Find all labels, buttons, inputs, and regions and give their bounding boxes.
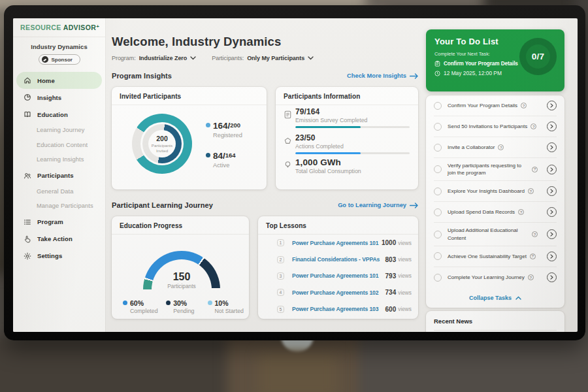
go-to-learning-journey-link[interactable]: Go to Learning Journey — [338, 202, 418, 208]
clock-icon — [434, 71, 440, 76]
todo-column: Your To Do List Complete Your Next Task:… — [426, 29, 564, 332]
sidebar-item-home[interactable]: Home — [16, 72, 102, 89]
help-icon[interactable]: ? — [532, 167, 538, 172]
legend-value: 164/ — [213, 121, 230, 131]
task-checkbox[interactable] — [434, 274, 442, 282]
education-progress-title: Education Progress — [112, 216, 249, 235]
task-open-button[interactable] — [547, 207, 557, 217]
todo-task-row: Invite a Collaborator? — [434, 137, 557, 158]
sidebar-item-education-content[interactable]: Education Content — [16, 138, 102, 153]
legend-value: 30% — [173, 299, 207, 307]
legend-dot — [208, 301, 212, 305]
task-checkbox[interactable] — [434, 123, 442, 131]
legend-total: 164 — [225, 152, 236, 159]
task-checkbox[interactable] — [434, 165, 442, 173]
help-icon[interactable]: ? — [530, 253, 536, 259]
check-more-insights-link[interactable]: Check More Insights — [347, 73, 418, 79]
lesson-link[interactable]: Power Purchase Agreements 103 — [292, 306, 378, 312]
lesson-views-count: 793 — [385, 272, 397, 280]
main-content: Welcome, Industry Dynamics Program: Indu… — [112, 18, 418, 332]
lesson-views-count: 1000 — [382, 239, 396, 246]
help-icon[interactable]: ? — [498, 144, 504, 150]
help-icon[interactable]: ? — [521, 103, 527, 108]
lesson-rank-badge: 1 — [277, 239, 284, 246]
todo-task-row: Confirm Your Program Details? — [434, 95, 557, 116]
arrow-right-icon — [410, 73, 418, 79]
task-open-button[interactable] — [547, 165, 557, 174]
learning-journey-title: Participant Learning Journey — [112, 201, 213, 209]
sponsor-badge[interactable]: Sponsor — [39, 54, 80, 65]
chevron-down-icon[interactable] — [190, 56, 196, 60]
survey-icon — [284, 110, 292, 119]
sidebar-item-label: Education — [37, 111, 68, 118]
monitor-bezel: RESOURCE ADVISOR+ Industry Dynamics Spon… — [4, 5, 585, 340]
lesson-link[interactable]: Power Purchase Agreements 101 — [292, 240, 378, 246]
task-checkbox[interactable] — [434, 208, 442, 216]
lesson-rank-badge: 5 — [277, 306, 284, 313]
help-icon[interactable]: ? — [532, 231, 538, 237]
lesson-views-suffix: views — [398, 306, 412, 312]
education-progress-gauge-chart: 150 Participants — [143, 251, 220, 289]
lesson-link[interactable]: Power Purchase Agreements 102 — [292, 289, 378, 296]
chevron-up-icon — [515, 296, 521, 300]
sidebar-item-participants[interactable]: Participants — [16, 167, 102, 184]
sidebar-item-settings[interactable]: Settings — [16, 248, 102, 265]
task-open-button[interactable] — [547, 252, 557, 261]
legend-dot — [166, 301, 171, 305]
help-icon[interactable]: ? — [518, 209, 524, 215]
background-desk-left — [0, 336, 248, 392]
filters-row: Program: Industrialize Zero Participants… — [112, 55, 418, 61]
task-open-button[interactable] — [547, 186, 557, 196]
sidebar-item-general-data[interactable]: General Data — [16, 184, 102, 199]
recent-news-card: Recent News — [426, 311, 564, 332]
gauge-legend-item: 60%Completed — [123, 299, 166, 314]
lesson-rank-badge: 3 — [277, 272, 284, 280]
task-checkbox[interactable] — [434, 102, 442, 110]
progress-bar — [295, 152, 410, 155]
task-checkbox[interactable] — [434, 144, 442, 152]
sidebar-item-learning-insights[interactable]: Learning Insights — [16, 152, 102, 167]
todo-task-row: Upload Additional Educational Content? — [434, 223, 557, 246]
task-open-button[interactable] — [547, 229, 557, 239]
sidebar-item-label: Participants — [37, 172, 74, 179]
task-open-button[interactable] — [547, 101, 557, 110]
sidebar-item-education[interactable]: Education — [16, 106, 102, 123]
collapse-tasks-link[interactable]: Collapse Tasks — [426, 288, 564, 308]
journey-cards-row: Education Progress 150 Participants 60%C… — [112, 216, 418, 319]
help-icon[interactable]: ? — [528, 274, 534, 280]
legend-dot — [123, 301, 127, 305]
task-open-button[interactable] — [547, 142, 557, 152]
education-icon — [24, 110, 31, 118]
info-row: 1,000 GWhTotal Global Consumption — [285, 158, 410, 174]
program-icon — [24, 218, 31, 226]
top-lessons-title: Top Lessons — [258, 216, 418, 235]
sidebar-item-take-action[interactable]: Take Action — [16, 231, 102, 248]
lesson-link[interactable]: Financial Considerations - VPPAs — [292, 256, 380, 263]
sidebar-item-label: Manage Participants — [37, 203, 93, 209]
participants-filter-value[interactable]: Only My Participants — [247, 55, 304, 61]
legend-label: Registered — [213, 132, 242, 139]
lesson-link[interactable]: Power Purchase Agreements 101 — [292, 272, 378, 279]
help-icon[interactable]: ? — [531, 123, 536, 129]
chevron-down-icon[interactable] — [308, 56, 314, 60]
sidebar-nav: HomeInsightsEducationLearning JourneyEdu… — [13, 72, 105, 265]
program-filter-value[interactable]: Industrialize Zero — [139, 55, 188, 61]
task-checkbox[interactable] — [434, 188, 442, 195]
sidebar-item-insights[interactable]: Insights — [16, 89, 102, 106]
todo-task-list-card: Confirm Your Program Details?Send 50 Inv… — [426, 95, 564, 308]
help-icon[interactable]: ? — [528, 188, 534, 194]
lesson-row: 2Financial Considerations - VPPAs803view… — [258, 251, 418, 267]
legend-value: 60% — [130, 299, 166, 307]
actions-icon — [284, 137, 292, 145]
task-open-button[interactable] — [547, 122, 557, 131]
info-value: 79/164 — [295, 108, 410, 116]
task-checkbox[interactable] — [434, 231, 442, 238]
sidebar-item-manage-participants[interactable]: Manage Participants — [16, 199, 102, 214]
donut-center-label: ParticipantsInvited — [152, 143, 172, 154]
legend-total: 200 — [230, 122, 240, 129]
sidebar-item-learning-journey[interactable]: Learning Journey — [16, 123, 102, 138]
sidebar-item-program[interactable]: Program — [16, 214, 102, 231]
task-checkbox[interactable] — [434, 252, 442, 260]
task-open-button[interactable] — [547, 272, 557, 282]
page-title: Welcome, Industry Dynamics — [112, 35, 418, 49]
